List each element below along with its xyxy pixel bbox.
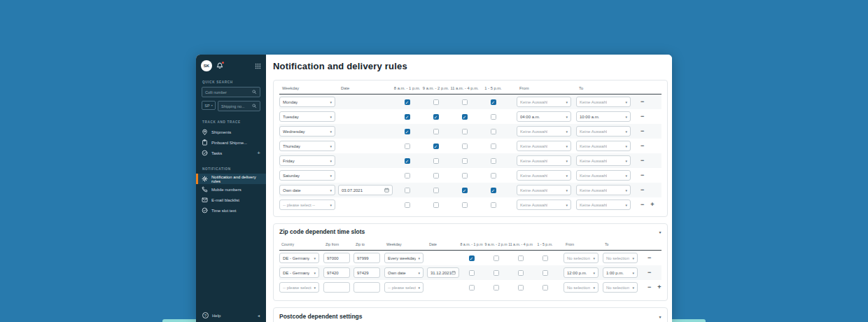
timeslot-checkbox[interactable]: ✓ [433,144,439,149]
zip-from-input[interactable]: 97000 [323,253,350,263]
timeslot-checkbox[interactable] [542,270,548,276]
timeslot-checkbox[interactable] [433,173,439,178]
weekday-select[interactable]: Thursday▾ [279,141,335,151]
timeslot-checkbox[interactable] [518,285,524,290]
timeslot-checkbox[interactable] [491,129,496,134]
date-input[interactable]: 31.12.2021 [427,267,459,278]
timeslot-checkbox[interactable]: ✓ [405,129,410,134]
timeslot-checkbox[interactable]: ✓ [491,99,496,105]
zip-from-input[interactable] [323,282,350,293]
remove-row-button[interactable]: − [640,128,644,134]
add-task-button[interactable]: + [257,150,260,156]
timeslot-checkbox[interactable] [433,202,439,208]
sidebar-item-notification-and-delivery-rules[interactable]: Notification and delivery rules [196,174,266,184]
timeslot-checkbox[interactable] [433,158,439,164]
timeslot-checkbox[interactable] [405,144,410,149]
remove-row-button[interactable]: − [640,99,644,105]
weekday-select[interactable]: Own date▾ [279,185,335,195]
weekday-select[interactable]: Own date▾ [384,267,424,278]
to-time-select[interactable]: Keine Auswahl▾ [576,200,631,210]
timeslot-checkbox[interactable] [493,255,499,261]
sidebar-help[interactable]: ? Help ◂ [196,312,266,318]
timeslot-checkbox[interactable] [518,270,524,276]
timeslot-checkbox[interactable] [491,158,496,164]
timeslot-checkbox[interactable] [405,188,410,193]
to-time-select[interactable]: 10:00 a.m.▾ [576,111,631,122]
colli-number-input[interactable]: Colli number [202,87,260,97]
from-time-select[interactable]: Keine Auswahl▾ [517,97,571,107]
zip-from-input[interactable]: 97420 [323,267,350,278]
to-time-select[interactable]: Keine Auswahl▾ [576,126,631,136]
timeslot-checkbox[interactable] [493,285,499,290]
sidebar-item-pinboard-shipments[interactable]: Pinboard Shipme... [196,137,266,148]
remove-row-button[interactable]: − [648,255,651,261]
weekday-select[interactable]: Saturday▾ [279,170,335,181]
date-input[interactable]: 03.07.2021 [338,185,393,195]
add-row-button[interactable]: + [657,284,661,290]
collapse-sidebar-icon[interactable]: ◂ [258,313,260,318]
timeslot-checkbox[interactable]: ✓ [405,158,410,164]
timeslot-checkbox[interactable]: ✓ [462,114,468,120]
weekday-select[interactable]: Every weekday▾ [384,253,424,263]
sidebar-item-time-slot-text[interactable]: Time slot text [196,205,266,216]
timeslot-checkbox[interactable] [542,285,548,290]
sidebar-item-mobile-numbers[interactable]: Mobile numbers [196,184,266,195]
remove-row-button[interactable]: − [640,202,644,208]
remove-row-button[interactable]: − [640,143,644,149]
from-time-select[interactable]: Keine Auswahl▾ [517,200,571,210]
timeslot-checkbox[interactable] [469,285,475,290]
weekday-select[interactable]: Wednesday▾ [279,126,335,136]
timeslot-checkbox[interactable] [491,144,496,149]
remove-row-button[interactable]: − [648,270,651,276]
from-time-select[interactable]: Keine Auswahl▾ [517,141,571,151]
timeslot-checkbox[interactable] [462,173,468,178]
timeslot-checkbox[interactable]: ✓ [405,99,410,105]
timeslot-checkbox[interactable]: ✓ [469,255,475,261]
remove-row-button[interactable]: − [640,172,644,178]
apps-grid-icon[interactable] [255,63,261,69]
weekday-select[interactable]: Tuesday▾ [279,111,335,122]
to-time-select[interactable]: No selection▾ [603,253,638,263]
timeslot-checkbox[interactable] [469,270,475,276]
timeslot-checkbox[interactable] [462,144,468,149]
from-time-select[interactable]: 04:00 a.m.▾ [517,111,571,122]
remove-row-button[interactable]: − [648,284,651,290]
country-select[interactable]: DE - Germany▾ [279,267,319,278]
country-select[interactable]: DE - Germany▾ [279,253,319,263]
to-time-select[interactable]: Keine Auswahl▾ [576,141,631,151]
timeslot-checkbox[interactable] [462,202,468,208]
timeslot-checkbox[interactable] [491,202,496,208]
zip-to-input[interactable]: 97999 [354,253,380,263]
to-time-select[interactable]: No selection▾ [603,282,638,293]
timeslot-checkbox[interactable] [462,129,468,134]
from-time-select[interactable]: Keine Auswahl▾ [517,126,571,136]
weekday-select[interactable]: Friday▾ [279,155,335,166]
sidebar-item-email-blacklist[interactable]: E-mail blacklist [196,195,266,205]
zip-to-input[interactable]: 97429 [354,267,380,278]
timeslot-checkbox[interactable] [433,129,439,134]
country-select[interactable]: -- please select --▾ [279,282,319,293]
weekday-select[interactable]: -- please select --▾ [384,282,424,293]
shipping-number-input[interactable]: Shipping no... [218,101,260,111]
timeslot-checkbox[interactable] [405,202,410,208]
from-time-select[interactable]: Keine Auswahl▾ [517,185,571,195]
zip-to-input[interactable] [354,282,380,293]
weekday-select[interactable]: -- please select --▾ [279,200,335,210]
bell-icon[interactable] [216,62,223,69]
timeslot-checkbox[interactable] [491,173,496,178]
remove-row-button[interactable]: − [640,187,644,193]
add-row-button[interactable]: + [650,202,654,208]
to-time-select[interactable]: Keine Auswahl▾ [576,185,631,195]
timeslot-checkbox[interactable] [462,99,468,105]
collapse-section-icon[interactable]: ▾ [659,230,662,234]
to-time-select[interactable]: Keine Auswahl▾ [576,170,631,181]
to-time-select[interactable]: Keine Auswahl▾ [576,155,631,166]
timeslot-checkbox[interactable] [433,188,439,193]
timeslot-checkbox[interactable]: ✓ [433,114,439,120]
timeslot-checkbox[interactable]: ✓ [462,188,468,193]
timeslot-checkbox[interactable]: ✓ [491,188,496,193]
remove-row-button[interactable]: − [640,113,644,120]
timeslot-checkbox[interactable]: ✓ [405,114,410,120]
sidebar-item-shipments[interactable]: Shipments [196,127,266,137]
sp-select[interactable]: SP ▾ [202,101,216,110]
